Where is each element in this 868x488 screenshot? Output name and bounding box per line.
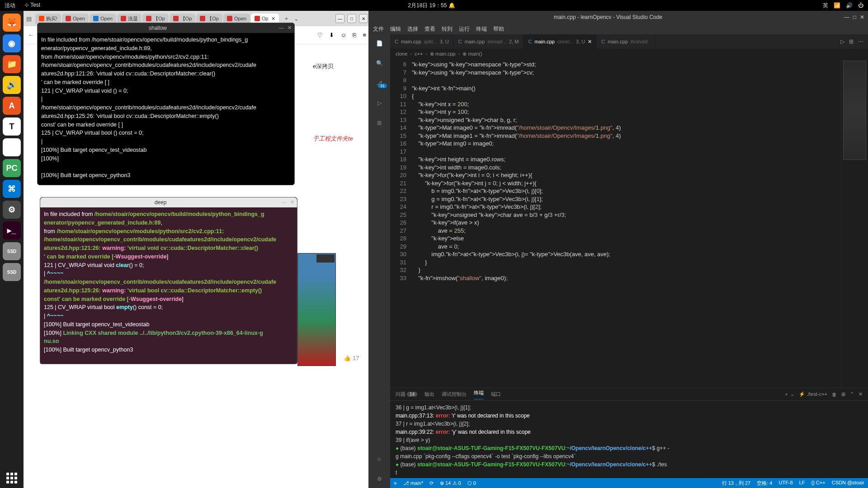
tab-dropdown-icon[interactable]: ⌄ [294, 15, 299, 22]
terminal-body[interactable]: In file included from /home/stoair/openc… [40, 207, 297, 364]
ssd-icon-1[interactable]: SSD [3, 242, 21, 260]
maximize-button[interactable]: □ [347, 14, 356, 23]
close-button[interactable]: ✕ [860, 14, 864, 20]
minimize-icon[interactable]: — [281, 199, 287, 206]
menu-item[interactable]: 运行 [459, 25, 470, 33]
text-icon[interactable]: T [3, 117, 21, 136]
lang-mode[interactable]: {} C++ [811, 480, 826, 487]
split-icon[interactable]: ⊞ [849, 38, 854, 45]
menu-item[interactable]: 查看 [425, 25, 435, 33]
search-icon[interactable]: 🔍 [374, 58, 385, 69]
back-icon[interactable]: ← [28, 32, 34, 38]
terminal-title: deep [42, 199, 279, 206]
menu-icon[interactable]: ≡ [363, 32, 366, 38]
terminal-icon[interactable]: ▸_ [3, 221, 21, 239]
rhythmbox-icon[interactable]: 🔊 [3, 76, 21, 94]
terminal-tab[interactable]: 终端 [474, 389, 484, 399]
problems-tab[interactable]: 问题 14 [396, 391, 417, 398]
menu-item[interactable]: 编辑 [390, 25, 401, 33]
apps-grid-icon[interactable] [5, 471, 19, 485]
remote-icon[interactable]: ⎆ [394, 480, 397, 486]
trash-icon[interactable]: 🗑 [832, 392, 837, 397]
editor[interactable]: 6789101112131415161718192021222324252627… [390, 59, 868, 388]
content-red: 于工程文件夹te [313, 135, 353, 143]
ws-status[interactable]: ⬡ 0 [467, 480, 476, 486]
maximize-button[interactable]: □ [853, 14, 856, 20]
close-panel-icon[interactable]: ✕ [859, 391, 863, 397]
close-button[interactable]: ✕ [359, 14, 368, 23]
datetime[interactable]: 2月18日 19：55 🔔 [40, 2, 823, 9]
new-tab-button[interactable]: ＋ [283, 14, 289, 23]
minimize-button[interactable]: — [844, 14, 849, 20]
firefox-icon[interactable]: 🦊 [3, 14, 21, 32]
menu-item[interactable]: 终端 [476, 25, 487, 33]
volume-icon[interactable]: 🔊 [846, 2, 853, 9]
menu-item[interactable]: 转到 [442, 25, 453, 33]
scm-icon[interactable]: ⎇31 [374, 78, 385, 89]
activities-label[interactable]: 活动 [5, 2, 15, 9]
settings-icon[interactable]: ⚙ [374, 474, 385, 484]
window-title: main.cpp - learnOpencv - Visual Studio C… [372, 14, 844, 20]
account-icon[interactable]: ☺ [340, 32, 346, 38]
run-icon[interactable]: ▷ [840, 38, 844, 45]
reader-icon[interactable]: ♡ [317, 32, 323, 38]
indent[interactable]: 空格: 4 [757, 480, 772, 487]
minimize-button[interactable]: — [335, 14, 344, 23]
branch[interactable]: ⎇ main* [403, 480, 423, 486]
close-icon[interactable]: ✕ [286, 25, 292, 31]
editor-tab[interactable]: Cmain.cpp split/... 3, U [390, 34, 454, 49]
output-tab[interactable]: 输出 [425, 391, 434, 398]
pycharm-icon[interactable]: PC [3, 159, 21, 177]
extension-icon[interactable]: ⎘ [353, 32, 356, 38]
image-preview [297, 253, 336, 366]
extensions-icon[interactable]: ⊞ [374, 117, 385, 128]
thumbs-up-icon: 👍 [344, 355, 351, 361]
account-icon[interactable]: ☺ [374, 454, 385, 465]
editor-tab[interactable]: Cmain.cpp thrshold/ [597, 34, 656, 49]
breadcrumb[interactable]: clone › c++ › ⊕ main.cpp › ⊕ main() [390, 49, 868, 59]
menu-item[interactable]: 帮助 [493, 25, 504, 33]
lang-indicator[interactable]: 英 [823, 2, 828, 9]
problems-status[interactable]: ⊗ 14 ⚠ 0 [440, 480, 461, 486]
editor-tab[interactable]: Cmain.cpp imread/... 2, M [454, 34, 524, 49]
add-terminal-icon[interactable]: ＋ ⌄ [784, 391, 794, 398]
status-bar: ⎆ ⎇ main* ⟳ ⊗ 14 ⚠ 0 ⬡ 0 行 13，列 27 空格: 4… [390, 478, 868, 488]
app-name[interactable]: ⊹ Test [24, 2, 40, 9]
explorer-icon[interactable]: 📄 [374, 38, 385, 49]
terminal-body[interactable]: In file included from /home/stoair/openc… [38, 33, 294, 185]
editor-tab[interactable]: Cmain.cpp clone/... 3, U ✕ [524, 34, 597, 49]
csdn-label[interactable]: CSDN @stoair [832, 480, 864, 487]
panel-toggle-icon[interactable]: ▤ [26, 15, 32, 22]
vscode-titlebar: main.cpp - learnOpencv - Visual Studio C… [368, 11, 868, 23]
more-icon[interactable]: ⋯ [858, 38, 863, 45]
edge-icon[interactable]: ◉ [3, 34, 21, 52]
close-icon[interactable]: ✕ [289, 199, 295, 206]
cursor-position[interactable]: 行 13，列 27 [722, 480, 751, 487]
download-icon[interactable]: ⬇ [329, 32, 334, 38]
vscode-icon[interactable]: ⌘ [3, 180, 21, 198]
ssd-icon-2[interactable]: SSD [3, 263, 21, 281]
files-icon[interactable]: 📁 [3, 55, 21, 73]
terminal-output[interactable]: 36 | g = img1.at<Vec3b>(i, j)[1]; main.c… [390, 401, 868, 478]
like-counter[interactable]: 👍 17 [344, 355, 366, 361]
menu-item[interactable]: 文件 [373, 25, 384, 33]
maximize-panel-icon[interactable]: ⌃ [850, 391, 854, 397]
task-label[interactable]: ⚡ ./test-c++ [799, 391, 827, 397]
ports-tab[interactable]: 端口 [491, 391, 501, 398]
power-icon[interactable]: ⏻ [858, 2, 863, 9]
split-panel-icon[interactable]: ⊞ [841, 391, 845, 397]
settings-icon[interactable]: ⚙ [3, 201, 21, 219]
minimize-icon[interactable]: — [278, 25, 284, 31]
menu-item[interactable]: 选择 [407, 25, 418, 33]
vscode-menubar: 文件编辑选择查看转到运行终端帮助 [368, 23, 868, 34]
sync-icon[interactable]: ⟳ [429, 480, 434, 486]
encoding[interactable]: UTF-8 [778, 480, 793, 487]
ubuntu-software-icon[interactable]: A [3, 97, 21, 115]
terminal-shallow: shallow — ✕ In file included from /home/… [37, 23, 295, 185]
debug-tab[interactable]: 调试控制台 [442, 391, 467, 398]
eol[interactable]: LF [799, 480, 805, 487]
minimap[interactable] [841, 59, 868, 388]
baidu-icon[interactable]: ∞ [3, 138, 21, 156]
debug-icon[interactable]: ▷ [374, 98, 385, 108]
wifi-icon[interactable]: 📶 [834, 2, 840, 9]
